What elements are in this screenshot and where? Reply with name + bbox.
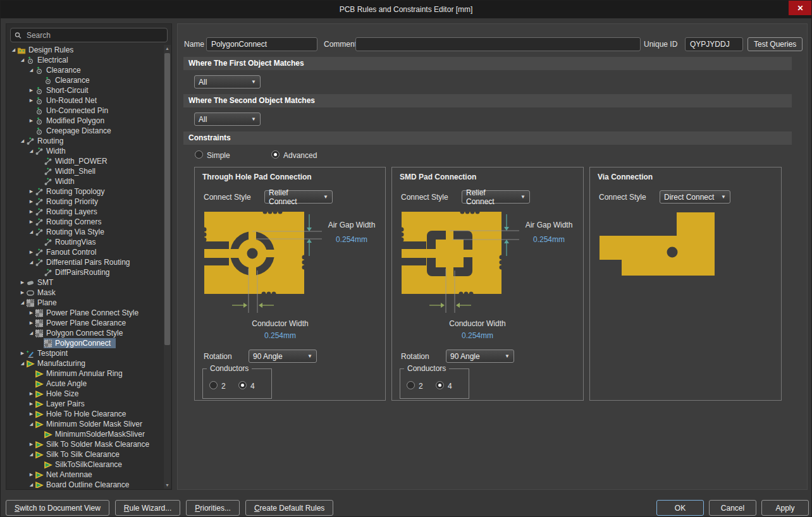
tree-expand-arrow[interactable]: ▶	[28, 199, 35, 204]
tree-expand-arrow[interactable]: ◢	[28, 149, 35, 154]
smd-connect-style-dropdown[interactable]: Relief Connect ▼	[462, 190, 530, 204]
tree-item[interactable]: RoutingVias	[8, 237, 163, 247]
cancel-button[interactable]: Cancel	[709, 500, 756, 516]
conductors-2-radio[interactable]	[209, 381, 218, 389]
tree-expand-arrow[interactable]: ▶	[28, 118, 35, 123]
tree-expand-arrow[interactable]: ▶	[28, 391, 35, 396]
tree-item[interactable]: Minimum Annular Ring	[8, 368, 163, 379]
tree-expand-arrow[interactable]: ◢	[28, 482, 35, 487]
tree-expand-arrow[interactable]: ▶	[28, 442, 35, 447]
tree-item[interactable]: ▶Silk To Solder Mask Clearance	[8, 439, 163, 449]
scrollbar-thumb[interactable]	[164, 53, 170, 345]
tree-item[interactable]: ◢Board Outline Clearance	[8, 480, 163, 488]
tree-expand-arrow[interactable]: ▶	[28, 98, 35, 103]
tree-item[interactable]: Acute Angle	[8, 379, 163, 389]
tree-expand-arrow[interactable]: ◢	[19, 300, 26, 305]
through-hole-connect-style-dropdown[interactable]: Relief Connect ▼	[264, 190, 333, 204]
tree-expand-arrow[interactable]: ▶	[28, 209, 35, 214]
scroll-down-icon[interactable]: ▼	[164, 482, 171, 489]
tree-expand-arrow[interactable]: ◢	[28, 260, 35, 265]
tree-item[interactable]: ◢Routing Via Style	[8, 227, 163, 237]
conductors-4-radio[interactable]	[238, 381, 247, 389]
unique-id-input[interactable]	[685, 37, 743, 51]
tree-item[interactable]: MinimumSolderMaskSliver	[8, 429, 163, 439]
tree-item[interactable]: ▶Testpoint	[8, 348, 163, 358]
tree-item[interactable]: Width	[8, 176, 163, 186]
tree-expand-arrow[interactable]: ▶	[19, 351, 26, 356]
tree-item[interactable]: ◢Routing	[8, 136, 163, 146]
tree-item[interactable]: ▶SMT	[8, 277, 163, 288]
tree-item[interactable]: ▶Routing Priority	[8, 197, 163, 207]
tree-expand-arrow[interactable]: ▶	[28, 401, 35, 406]
tree-item[interactable]: ◢Minimum Solder Mask Sliver	[8, 419, 163, 429]
via-connect-style-dropdown[interactable]: Direct Connect ▼	[660, 190, 730, 204]
tree-item[interactable]: ◢Polygon Connect Style	[8, 328, 163, 338]
ok-button[interactable]: OK	[656, 500, 704, 516]
tree-item[interactable]: ▶Power Plane Clearance	[8, 318, 163, 328]
tree-item[interactable]: ▶Fanout Control	[8, 247, 163, 257]
tree-item[interactable]: Clearance	[8, 75, 163, 85]
tree-expand-arrow[interactable]: ◢	[28, 229, 35, 234]
tree-expand-arrow[interactable]: ▶	[28, 411, 35, 417]
tree-expand-arrow[interactable]: ▶	[19, 290, 26, 295]
tree-item[interactable]: Width_Shell	[8, 166, 163, 176]
smd-rotation-dropdown[interactable]: 90 Angle ▼	[446, 350, 514, 363]
tree-item[interactable]: ◢Silk To Silk Clearance	[8, 449, 163, 459]
tree-expand-arrow[interactable]: ◢	[19, 361, 26, 366]
tree-expand-arrow[interactable]: ◢	[28, 331, 35, 336]
close-button[interactable]: ✕	[789, 1, 812, 15]
tree-item[interactable]: DiffPairsRouting	[8, 267, 163, 277]
tree-expand-arrow[interactable]: ▶	[28, 472, 35, 477]
tree-item[interactable]: ◢Differential Pairs Routing	[8, 257, 163, 267]
conductors-4-radio[interactable]	[436, 381, 444, 389]
tree-item[interactable]: Creepage Distance	[8, 126, 163, 136]
switch-to-document-view-button[interactable]: Switch to Document View	[6, 500, 109, 516]
priorities-button[interactable]: Priorities...	[186, 500, 240, 516]
tree-expand-arrow[interactable]: ◢	[28, 452, 35, 457]
comment-input[interactable]	[355, 37, 641, 51]
simple-radio[interactable]	[195, 150, 203, 159]
tree-item[interactable]: PolygonConnect	[8, 338, 163, 348]
tree-expand-arrow[interactable]: ▶	[28, 250, 35, 255]
tree-item[interactable]: ◢Electrical	[8, 55, 163, 65]
first-match-dropdown[interactable]: All ▼	[194, 75, 261, 88]
tree-item[interactable]: Un-Connected Pin	[8, 106, 163, 116]
tree-item[interactable]: ◢Design Rules	[8, 45, 163, 55]
tree-item[interactable]: ▶Routing Topology	[8, 186, 163, 197]
tree-item[interactable]: ◢Plane	[8, 298, 163, 308]
tree-item[interactable]: ▶Mask	[8, 288, 163, 298]
through-hole-rotation-dropdown[interactable]: 90 Angle ▼	[249, 350, 317, 363]
tree-expand-arrow[interactable]: ◢	[19, 58, 26, 63]
apply-button[interactable]: Apply	[761, 500, 809, 516]
tree-expand-arrow[interactable]: ◢	[28, 68, 35, 73]
tree-expand-arrow[interactable]: ▶	[28, 219, 35, 224]
tree-item[interactable]: Width_POWER	[8, 156, 163, 166]
tree-item[interactable]: ▶Routing Layers	[8, 207, 163, 217]
tree-item[interactable]: ▶Power Plane Connect Style	[8, 308, 163, 318]
tree-item[interactable]: ◢Clearance	[8, 65, 163, 75]
second-match-dropdown[interactable]: All ▼	[194, 113, 261, 126]
advanced-radio[interactable]	[271, 150, 280, 159]
tree-item[interactable]: ▶Layer Pairs	[8, 399, 163, 409]
tree-item[interactable]: SilkToSilkClearance	[8, 459, 163, 470]
name-input[interactable]	[206, 37, 317, 51]
tree-expand-arrow[interactable]: ◢	[28, 422, 35, 427]
tree-expand-arrow[interactable]: ▶	[28, 189, 35, 194]
rule-wizard-button[interactable]: Rule Wizard...	[115, 500, 180, 516]
tree-item[interactable]: ▶Modified Polygon	[8, 116, 163, 126]
scroll-up-icon[interactable]: ▲	[164, 45, 171, 52]
tree-item[interactable]: ▶Short-Circuit	[8, 85, 163, 95]
tree-item[interactable]: ◢Width	[8, 146, 163, 156]
tree-item[interactable]: ◢Manufacturing	[8, 358, 163, 368]
test-queries-button[interactable]: Test Queries	[747, 37, 803, 51]
tree-item[interactable]: ▶Hole Size	[8, 389, 163, 399]
conductors-2-radio[interactable]	[407, 381, 415, 389]
tree-expand-arrow[interactable]: ▶	[28, 310, 35, 315]
search-box[interactable]	[10, 28, 168, 42]
search-input[interactable]	[25, 30, 163, 40]
create-default-rules-button[interactable]: Create Default Rules	[245, 500, 333, 516]
tree-item[interactable]: ▶Routing Corners	[8, 217, 163, 227]
tree-scrollbar[interactable]: ▲ ▼	[164, 45, 171, 489]
tree-item[interactable]: ▶Hole To Hole Clearance	[8, 409, 163, 419]
tree-expand-arrow[interactable]: ▶	[28, 88, 35, 93]
